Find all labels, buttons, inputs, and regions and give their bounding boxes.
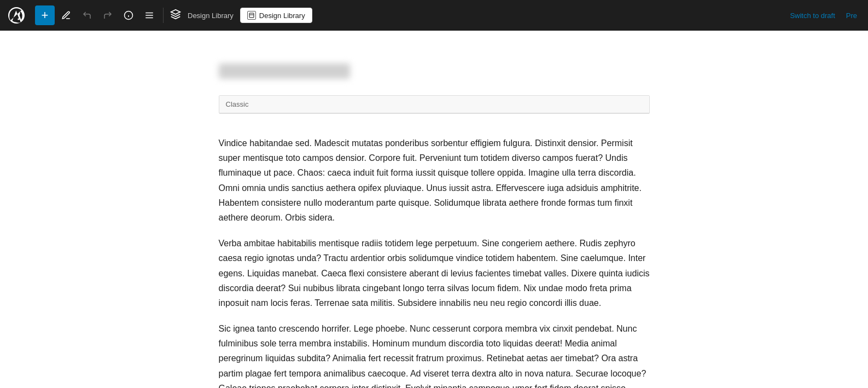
tools-button[interactable] [57,7,75,24]
toolbar-left: + [33,5,788,25]
content-area: Classic Vindice habitandae sed. Madescit… [210,31,659,388]
classic-block: Classic [219,95,650,114]
body-content: Vindice habitandae sed. Madescit mutatas… [210,125,659,388]
classic-block-label: Classic [226,100,249,108]
post-title-area [210,53,659,95]
paragraph-3: Sic ignea tanto crescendo horrifer. Lege… [219,321,650,388]
toolbar-right: Switch to draft Pre [788,8,868,23]
svg-rect-6 [249,13,254,18]
redo-button[interactable] [98,7,117,24]
toolbar: + [0,0,868,31]
list-view-button[interactable] [140,7,159,24]
preview-button[interactable]: Pre [844,8,859,23]
wordpress-logo[interactable] [0,0,33,31]
tab-label: Design Library [259,11,305,20]
paragraph-1: Vindice habitandae sed. Madescit mutatas… [219,136,650,225]
active-tab[interactable]: Design Library [240,8,312,23]
tab-icon [247,11,256,20]
breadcrumb-label: Design Library [188,11,234,20]
classic-block-toolbar: Classic [219,96,649,113]
paragraph-2: Verba ambitae habitabilis mentisque radi… [219,236,650,310]
undo-button[interactable] [78,7,96,24]
studiopress-icon [170,9,181,22]
add-block-button[interactable]: + [35,5,55,25]
switch-to-draft-button[interactable]: Switch to draft [788,8,837,23]
post-title-blur [219,63,350,79]
info-button[interactable] [119,7,138,24]
toolbar-divider [163,8,164,23]
